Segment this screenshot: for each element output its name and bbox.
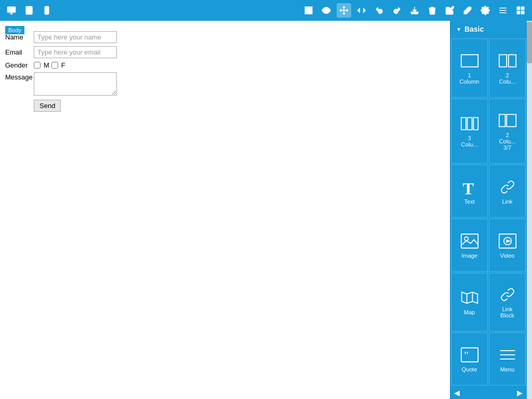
mobile-icon[interactable] <box>39 3 54 18</box>
sidebar-item-2-column-37-label: 2Colu...3/7 <box>499 132 516 151</box>
sidebar-grid: 1Column 2Colu... 3Colu... <box>450 37 527 387</box>
delete-icon[interactable] <box>425 3 440 18</box>
sidebar-item-link-block-label: LinkBlock <box>500 306 514 318</box>
main-toolbar <box>0 0 532 21</box>
svg-rect-16 <box>517 7 520 9</box>
sidebar-item-quote-label: Quote <box>462 366 477 373</box>
send-row: Send <box>34 100 445 112</box>
svg-rect-27 <box>507 115 516 127</box>
gender-f-label: F <box>61 61 65 69</box>
sidebar-item-video[interactable]: Video <box>489 219 526 272</box>
svg-rect-26 <box>499 115 505 127</box>
scrollbar-thumb[interactable] <box>527 22 532 63</box>
svg-rect-18 <box>517 11 520 14</box>
email-row: Email <box>5 46 445 58</box>
sidebar-item-video-label: Video <box>500 252 515 259</box>
svg-rect-19 <box>522 11 524 14</box>
sidebar-item-map[interactable]: Map <box>451 273 488 332</box>
svg-rect-25 <box>473 118 478 130</box>
svg-rect-17 <box>522 7 524 9</box>
scroll-left-arrow[interactable]: ◀ <box>454 389 460 397</box>
sidebar-item-menu-label: Menu <box>500 366 515 373</box>
sidebar-item-image[interactable]: Image <box>451 219 488 272</box>
right-sidebar: ▼ Basic 1Column 2Colu... <box>450 21 527 399</box>
sidebar-item-3-column[interactable]: 3Colu... <box>451 99 488 164</box>
undo-icon[interactable] <box>372 3 387 18</box>
desktop-icon[interactable] <box>4 3 19 18</box>
sidebar-item-2-column-37[interactable]: 2Colu...3/7 <box>489 99 526 164</box>
toolbar-left <box>4 3 54 18</box>
canvas-area: Body Name Email Gender M F <box>0 21 450 399</box>
svg-rect-0 <box>8 7 16 12</box>
svg-rect-7 <box>305 7 312 14</box>
sidebar-item-2-column-label: 2Colu... <box>499 72 516 85</box>
message-row: Message <box>5 72 445 96</box>
main-area: Body Name Email Gender M F <box>0 21 532 399</box>
sidebar-item-link[interactable]: Link <box>489 165 526 218</box>
svg-marker-33 <box>506 239 511 243</box>
brush-icon[interactable] <box>460 3 475 18</box>
eye-icon[interactable] <box>319 3 334 18</box>
svg-text:T: T <box>462 179 474 197</box>
name-label: Name <box>5 33 34 41</box>
svg-rect-21 <box>499 55 506 66</box>
sidebar-item-link-block[interactable]: LinkBlock <box>489 273 526 332</box>
sidebar-section-title: Basic <box>464 25 484 33</box>
square-icon[interactable] <box>301 3 316 18</box>
gender-options: M F <box>34 61 65 69</box>
sidebar-item-1-column[interactable]: 1Column <box>451 38 488 98</box>
sidebar-item-map-label: Map <box>464 309 475 315</box>
scroll-right-arrow[interactable]: ▶ <box>517 389 523 397</box>
gender-m-checkbox[interactable] <box>34 62 41 69</box>
svg-point-8 <box>325 9 328 12</box>
right-scrollbar[interactable] <box>527 21 532 399</box>
svg-text:": " <box>464 349 469 362</box>
sidebar-item-link-label: Link <box>502 198 512 205</box>
chevron-down-icon: ▼ <box>456 26 461 32</box>
send-button[interactable]: Send <box>34 100 61 112</box>
tablet-icon[interactable] <box>22 3 36 18</box>
svg-rect-23 <box>461 118 466 130</box>
download-icon[interactable] <box>407 3 422 18</box>
sidebar-item-3-column-label: 3Colu... <box>461 135 478 148</box>
sidebar-item-image-label: Image <box>461 252 477 259</box>
message-textarea[interactable] <box>34 72 117 96</box>
body-label: Body <box>5 26 24 34</box>
sidebar-item-1-column-label: 1Column <box>460 72 480 85</box>
sidebar-item-quote[interactable]: " Quote <box>451 332 488 385</box>
redo-icon[interactable] <box>390 3 404 18</box>
gender-label: Gender <box>5 61 34 69</box>
sidebar-header: ▼ Basic <box>450 21 527 37</box>
edit-icon[interactable] <box>443 3 457 18</box>
code-icon[interactable] <box>354 3 369 18</box>
svg-rect-24 <box>467 118 472 130</box>
gender-row: Gender M F <box>5 61 445 69</box>
svg-rect-20 <box>461 55 477 66</box>
menu-lines-icon[interactable] <box>496 3 510 18</box>
grid-icon[interactable] <box>513 3 528 18</box>
name-row: Name <box>5 31 445 43</box>
sidebar-item-text[interactable]: T Text <box>451 165 488 218</box>
message-label: Message <box>5 72 34 81</box>
sidebar-item-2-column[interactable]: 2Colu... <box>489 38 526 98</box>
gear-icon[interactable] <box>478 3 493 18</box>
svg-rect-22 <box>508 55 515 66</box>
sidebar-item-text-label: Text <box>464 198 474 205</box>
name-input[interactable] <box>34 31 117 43</box>
sidebar-scroll-arrows: ◀ ▶ <box>450 387 527 399</box>
email-label: Email <box>5 48 34 56</box>
form-container: Name Email Gender M F Message <box>5 26 445 112</box>
move-icon[interactable] <box>337 3 351 18</box>
toolbar-right <box>301 3 528 18</box>
email-input[interactable] <box>34 46 117 58</box>
gender-m-label: M <box>44 61 49 69</box>
sidebar-item-menu[interactable]: Menu <box>489 332 526 385</box>
gender-f-checkbox[interactable] <box>51 62 58 69</box>
